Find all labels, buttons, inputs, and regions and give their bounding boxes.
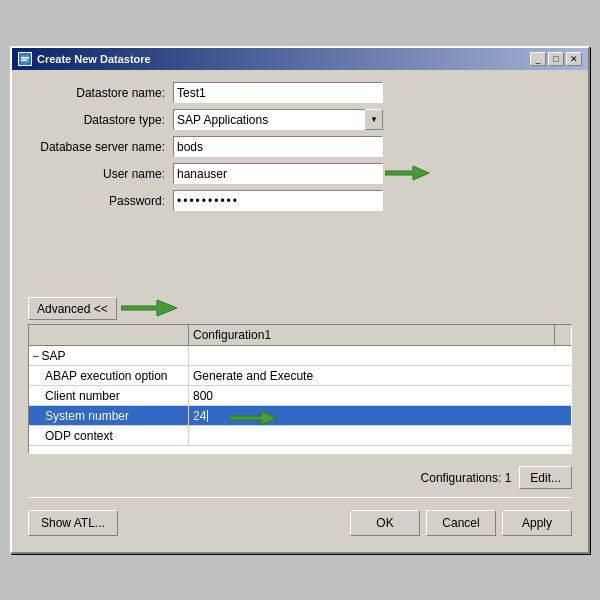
database-server-row: Database server name: bbox=[28, 136, 572, 157]
table-row[interactable]: System number 24 bbox=[29, 406, 571, 426]
password-input[interactable] bbox=[173, 190, 383, 211]
advanced-arrow-indicator bbox=[121, 297, 181, 319]
bottom-buttons: Show ATL... OK Cancel Apply bbox=[28, 506, 572, 540]
configurations-row: Configurations: 1 Edit... bbox=[28, 462, 572, 489]
cancel-button[interactable]: Cancel bbox=[426, 510, 496, 536]
grid-cell-label: Client number bbox=[45, 389, 120, 403]
ok-button[interactable]: OK bbox=[350, 510, 420, 536]
system-number-arrow bbox=[229, 408, 279, 428]
grid-cell-name: ABAP execution option bbox=[29, 366, 189, 385]
datastore-type-field[interactable] bbox=[173, 109, 365, 130]
datastore-name-row: Datastore name: bbox=[28, 82, 572, 103]
grid-body[interactable]: – SAP ABAP execution option Generate and… bbox=[29, 346, 571, 454]
password-label: Password: bbox=[28, 194, 173, 208]
grid-cell-value[interactable]: 24 bbox=[189, 406, 571, 425]
maximize-button[interactable]: □ bbox=[548, 52, 564, 66]
grid-cell-value: 800 bbox=[189, 386, 571, 405]
grid-scroll-placeholder bbox=[555, 325, 571, 345]
user-name-row: User name: bbox=[28, 163, 572, 184]
grid-header: Configuration1 bbox=[29, 325, 571, 346]
grid-cell-label: ABAP execution option bbox=[45, 369, 168, 383]
edit-button[interactable]: Edit... bbox=[519, 466, 572, 489]
advanced-row: Advanced << bbox=[28, 297, 572, 320]
minimize-button[interactable]: _ bbox=[530, 52, 546, 66]
cursor bbox=[207, 410, 208, 422]
bottom-right-buttons: OK Cancel Apply bbox=[350, 510, 572, 536]
grid-cell-name: System number bbox=[29, 406, 189, 425]
apply-button[interactable]: Apply bbox=[502, 510, 572, 536]
title-bar-text: Create New Datastore bbox=[18, 52, 151, 66]
user-name-arrow-indicator bbox=[385, 163, 430, 183]
show-atl-button[interactable]: Show ATL... bbox=[28, 510, 118, 536]
user-name-input[interactable] bbox=[173, 163, 383, 184]
spacer bbox=[28, 217, 572, 297]
grid-cell-value bbox=[189, 426, 571, 445]
svg-marker-3 bbox=[385, 166, 429, 180]
svg-marker-4 bbox=[121, 300, 177, 316]
datastore-type-dropdown-arrow[interactable]: ▼ bbox=[365, 109, 383, 130]
grid-header-config-col: Configuration1 bbox=[189, 325, 555, 345]
advanced-section: Advanced << Configuration1 bbox=[28, 297, 572, 454]
table-row[interactable]: ODP context bbox=[29, 426, 571, 446]
system-number-value: 24 bbox=[193, 409, 206, 423]
datastore-type-label: Datastore type: bbox=[28, 113, 173, 127]
datastore-name-label: Datastore name: bbox=[28, 86, 173, 100]
advanced-button[interactable]: Advanced << bbox=[28, 297, 117, 320]
database-server-label: Database server name: bbox=[28, 140, 173, 154]
properties-grid: Configuration1 – SAP bbox=[28, 324, 572, 454]
grid-cell-value bbox=[189, 346, 571, 365]
user-name-label: User name: bbox=[28, 167, 173, 181]
svg-rect-1 bbox=[21, 57, 29, 59]
window-body: Datastore name: Datastore type: ▼ Databa… bbox=[12, 70, 588, 552]
svg-marker-5 bbox=[229, 411, 277, 425]
title-bar: Create New Datastore _ □ ✕ bbox=[12, 48, 588, 70]
title-bar-controls: _ □ ✕ bbox=[530, 52, 582, 66]
grid-cell-name: Client number bbox=[29, 386, 189, 405]
separator bbox=[28, 497, 572, 498]
svg-rect-2 bbox=[21, 60, 27, 62]
main-window: Create New Datastore _ □ ✕ Datastore nam… bbox=[10, 46, 590, 554]
grid-header-empty-cell bbox=[29, 325, 189, 345]
password-row: Password: bbox=[28, 190, 572, 211]
table-row[interactable]: ABAP execution option Generate and Execu… bbox=[29, 366, 571, 386]
svg-rect-0 bbox=[20, 54, 30, 64]
table-row[interactable]: – SAP bbox=[29, 346, 571, 366]
datastore-type-row: Datastore type: ▼ bbox=[28, 109, 572, 130]
grid-cell-name: ODP context bbox=[29, 426, 189, 445]
grid-cell-label: SAP bbox=[42, 349, 66, 363]
close-button[interactable]: ✕ bbox=[566, 52, 582, 66]
table-row[interactable]: Client number 800 bbox=[29, 386, 571, 406]
grid-cell-label: ODP context bbox=[45, 429, 113, 443]
datastore-type-dropdown-wrapper: ▼ bbox=[173, 109, 383, 130]
window-icon bbox=[18, 52, 32, 66]
grid-cell-name: – SAP bbox=[29, 346, 189, 365]
grid-cell-value: Generate and Execute bbox=[189, 366, 571, 385]
collapse-icon: – bbox=[33, 350, 39, 361]
configurations-label: Configurations: 1 bbox=[421, 471, 512, 485]
grid-cell-label: System number bbox=[45, 409, 129, 423]
datastore-name-input[interactable] bbox=[173, 82, 383, 103]
database-server-input[interactable] bbox=[173, 136, 383, 157]
window-title: Create New Datastore bbox=[37, 53, 151, 65]
